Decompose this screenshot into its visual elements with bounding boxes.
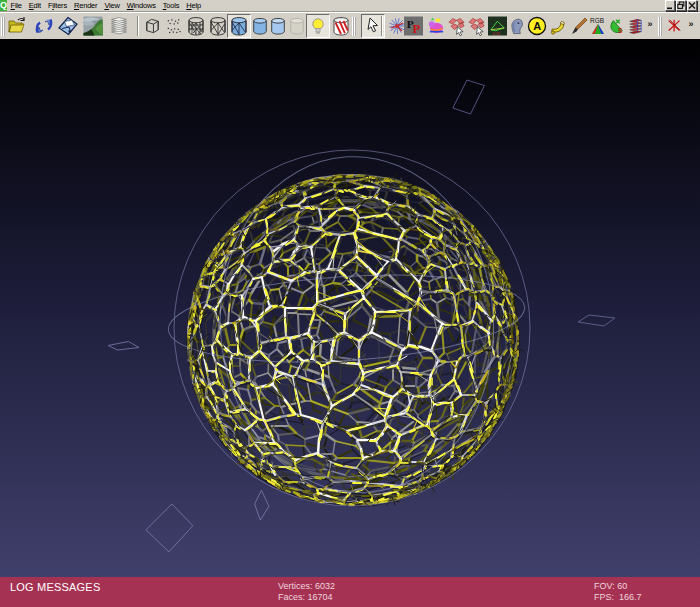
- svg-text:0.15: 0.15: [493, 32, 500, 36]
- svg-text:RGB: RGB: [590, 17, 604, 24]
- svg-text:P: P: [413, 22, 421, 36]
- svg-text:A: A: [533, 20, 541, 32]
- svg-text:S: S: [618, 27, 622, 34]
